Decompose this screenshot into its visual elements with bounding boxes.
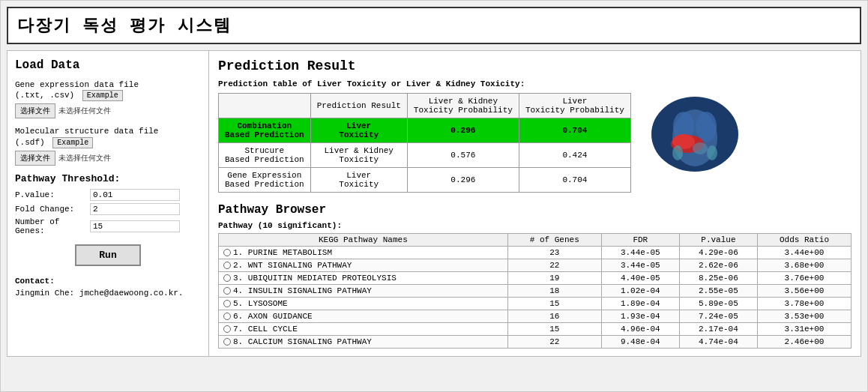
- app-title: 다장기 독성 평가 시스템: [17, 16, 232, 34]
- pathway-pvalue-4: 5.89e-05: [679, 298, 757, 310]
- pathway-fdr-2: 4.40e-05: [601, 272, 679, 285]
- pathway-odds-1: 3.68e+00: [757, 259, 851, 272]
- run-button[interactable]: Run: [75, 244, 140, 266]
- pathway-odds-4: 3.78e+00: [757, 298, 851, 310]
- pathway-name-1: 2. WNT SIGNALING PATHWAY: [219, 259, 508, 272]
- pathway-odds-2: 3.76e+00: [757, 272, 851, 285]
- fold-change-row: Fold Change:: [15, 203, 201, 215]
- organ-image-container: [646, 93, 744, 178]
- p-value-label: P.value:: [15, 190, 90, 199]
- organ-svg: [646, 93, 744, 175]
- pathway-odds-5: 3.53e+00: [757, 310, 851, 323]
- pathway-pvalue-5: 7.24e-05: [679, 310, 757, 323]
- pathway-circle-icon-0: [223, 249, 231, 256]
- mol-file-section: Molecular structure data file (.sdf) Exa…: [15, 126, 201, 165]
- pred-col-empty: [219, 94, 311, 118]
- pred-col-lk: Liver & KidneyToxicity Probability: [407, 94, 519, 118]
- pathway-row-4: 5. LYSOSOME 15 1.89e-04 5.89e-05 3.78e+0…: [219, 298, 852, 310]
- pathway-pvalue-3: 2.55e-05: [679, 285, 757, 298]
- svg-point-8: [693, 142, 708, 154]
- pathway-col-odds: Odds Ratio: [757, 234, 851, 247]
- pathway-fdr-1: 3.44e-05: [601, 259, 679, 272]
- p-value-input[interactable]: [90, 189, 180, 201]
- pred-row-liver-2: 0.704: [519, 168, 630, 193]
- run-btn-container: Run: [15, 244, 201, 266]
- gene-choose-button[interactable]: 选择文件: [15, 103, 55, 118]
- app-container: 다장기 독성 평가 시스템 Load Data Gene expression …: [0, 0, 868, 392]
- prediction-row-2: Gene Expression Based Prediction Liver T…: [219, 168, 631, 193]
- pathway-col-genes: # of Genes: [507, 234, 601, 247]
- pathway-circle-icon-1: [223, 262, 231, 269]
- mol-no-file-text: 未选择任何文件: [58, 153, 111, 163]
- pathway-pvalue-2: 8.25e-06: [679, 272, 757, 285]
- prediction-row-0: Combination Based Prediction Liver Toxic…: [219, 118, 631, 143]
- pathway-name-6: 7. CELL CYCLE: [219, 323, 508, 336]
- prediction-table: Prediction Result Liver & KidneyToxicity…: [218, 93, 631, 193]
- pathway-name-5: 6. AXON GUIDANCE: [219, 310, 508, 323]
- pathway-row-2: 3. UBIQUITIN MEDIATED PROTEOLYSIS 19 4.4…: [219, 272, 852, 285]
- pathway-genes-7: 22: [507, 336, 601, 349]
- gene-file-label: Gene expression data file (.txt, .csv) E…: [15, 79, 201, 101]
- num-genes-label: Number of Genes:: [15, 217, 90, 235]
- right-panel: Prediction Result Prediction table of Li…: [209, 50, 861, 357]
- pathway-pvalue-6: 2.17e-04: [679, 323, 757, 336]
- gene-example-button[interactable]: Example: [82, 90, 123, 101]
- pathway-genes-1: 22: [507, 259, 601, 272]
- pathway-row-1: 2. WNT SIGNALING PATHWAY 22 3.44e-05 2.6…: [219, 259, 852, 272]
- pathway-fdr-0: 3.44e-05: [601, 247, 679, 259]
- pathway-fdr-5: 1.93e-04: [601, 310, 679, 323]
- pathway-circle-icon-6: [223, 325, 231, 333]
- pathway-threshold-section: Pathway Threshold: P.value: Fold Change:…: [15, 173, 201, 235]
- app-title-bar: 다장기 독성 평가 시스템: [7, 7, 861, 44]
- num-genes-input[interactable]: [90, 220, 180, 232]
- svg-point-3: [696, 112, 717, 142]
- pathway-circle-icon-2: [223, 274, 231, 282]
- pathway-circle-icon-3: [223, 287, 231, 295]
- pathway-subtitle: Pathway (10 significant):: [218, 221, 852, 230]
- pathway-row-6: 7. CELL CYCLE 15 4.96e-04 2.17e-04 3.31e…: [219, 323, 852, 336]
- svg-point-7: [707, 145, 717, 160]
- pathway-col-name: KEGG Pathway Names: [219, 234, 508, 247]
- pathway-row-7: 8. CALCIUM SIGNALING PATHWAY 22 9.48e-04…: [219, 336, 852, 349]
- pathway-odds-6: 3.31e+00: [757, 323, 851, 336]
- pathway-fdr-6: 4.96e-04: [601, 323, 679, 336]
- pathway-col-pvalue: P.value: [679, 234, 757, 247]
- pred-row-liver-0: 0.704: [519, 118, 630, 143]
- mol-choose-button[interactable]: 选择文件: [15, 151, 55, 166]
- pred-row-label-0: Combination Based Prediction: [219, 118, 311, 143]
- prediction-area: Prediction Result Liver & KidneyToxicity…: [218, 93, 852, 193]
- pathway-genes-3: 18: [507, 285, 601, 298]
- prediction-subtitle: Prediction table of Liver Toxicity or Li…: [218, 79, 852, 88]
- pathway-odds-3: 3.56e+00: [757, 285, 851, 298]
- mol-file-choose-row: 选择文件 未选择任何文件: [15, 151, 201, 166]
- pathway-col-fdr: FDR: [601, 234, 679, 247]
- contact-section: Contact: Jingmin Che: jmche@daewoong.co.…: [15, 275, 201, 300]
- pathway-fdr-4: 1.89e-04: [601, 298, 679, 310]
- pathway-name-3: 4. INSULIN SIGNALING PATHWAY: [219, 285, 508, 298]
- pathway-row-3: 4. INSULIN SIGNALING PATHWAY 18 1.02e-04…: [219, 285, 852, 298]
- p-value-row: P.value:: [15, 189, 201, 201]
- prediction-result-section: Prediction Result Prediction table of Li…: [218, 58, 852, 193]
- pathway-odds-0: 3.44e+00: [757, 247, 851, 259]
- pred-row-lk-2: 0.296: [407, 168, 519, 193]
- pred-col-liver: LiverToxicity Probability: [519, 94, 630, 118]
- pathway-pvalue-0: 4.29e-06: [679, 247, 757, 259]
- pred-row-prediction-0: Liver Toxicity: [310, 118, 407, 143]
- pathway-threshold-heading: Pathway Threshold:: [15, 173, 201, 184]
- svg-point-6: [672, 145, 683, 160]
- mol-example-button[interactable]: Example: [52, 137, 93, 148]
- pathway-circle-icon-4: [223, 300, 231, 307]
- load-data-heading: Load Data: [15, 58, 201, 72]
- pred-row-lk-1: 0.576: [407, 143, 519, 168]
- fold-change-input[interactable]: [90, 203, 180, 215]
- pathway-row-0: 1. PURINE METABOLISM 23 3.44e-05 4.29e-0…: [219, 247, 852, 259]
- pathway-name-0: 1. PURINE METABOLISM: [219, 247, 508, 259]
- prediction-row-1: Strucure Based Prediction Liver & Kidney…: [219, 143, 631, 168]
- pathway-name-7: 8. CALCIUM SIGNALING PATHWAY: [219, 336, 508, 349]
- pathway-circle-icon-5: [223, 313, 231, 320]
- contact-details: Jingmin Che: jmche@daewoong.co.kr.: [15, 289, 183, 298]
- pathway-name-2: 3. UBIQUITIN MEDIATED PROTEOLYSIS: [219, 272, 508, 285]
- pathway-browser-title: Pathway Browser: [218, 203, 852, 217]
- gene-file-section: Gene expression data file (.txt, .csv) E…: [15, 79, 201, 118]
- pathway-browser-section: Pathway Browser Pathway (10 significant)…: [218, 203, 852, 349]
